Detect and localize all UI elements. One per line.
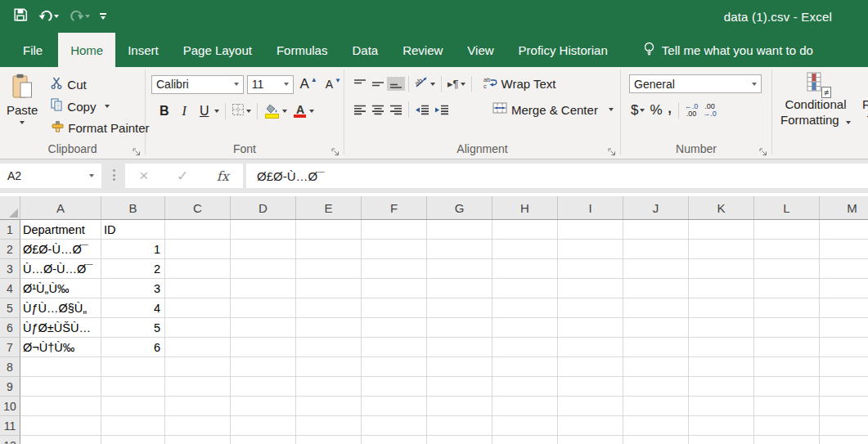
tab-file[interactable]: File <box>7 33 58 67</box>
cell[interactable] <box>165 240 231 259</box>
tab-page-layout[interactable]: Page Layout <box>171 33 264 67</box>
col-header-e[interactable]: E <box>296 196 362 219</box>
tab-review[interactable]: Review <box>390 33 455 67</box>
cell[interactable] <box>165 377 231 397</box>
cell[interactable] <box>362 298 427 318</box>
col-header-a[interactable]: A <box>20 196 101 219</box>
cell[interactable] <box>492 318 558 338</box>
row-header-6[interactable]: 6 <box>0 318 20 338</box>
cell[interactable] <box>558 338 623 357</box>
cell[interactable] <box>231 436 296 444</box>
cell-a6[interactable]: ÙƒØ±ÙŠÙ… <box>20 318 101 338</box>
clipboard-dialog-launcher-icon[interactable] <box>133 146 142 155</box>
cell[interactable] <box>689 436 754 444</box>
cell[interactable] <box>231 397 296 416</box>
cell[interactable] <box>492 240 558 259</box>
font-dialog-launcher-icon[interactable] <box>331 146 340 155</box>
row-header-4[interactable]: 4 <box>0 279 20 298</box>
row-header-12[interactable]: 12 <box>0 436 20 444</box>
align-left-button[interactable] <box>351 103 369 117</box>
cell[interactable] <box>689 357 754 377</box>
customize-quick-access-button[interactable] <box>97 6 110 27</box>
tab-home[interactable]: Home <box>58 33 115 67</box>
row-header-7[interactable]: 7 <box>0 338 20 357</box>
col-header-d[interactable]: D <box>231 196 296 219</box>
cell[interactable] <box>754 259 820 279</box>
wrap-text-button[interactable]: abc Wrap Text <box>480 75 560 93</box>
merge-center-button[interactable]: Merge & Center <box>489 101 617 119</box>
cell[interactable] <box>492 436 558 444</box>
col-header-i[interactable]: I <box>558 196 623 219</box>
cell[interactable] <box>165 397 231 416</box>
font-color-button[interactable]: A <box>290 104 317 119</box>
bold-button[interactable]: B <box>153 102 176 120</box>
comma-style-button[interactable]: , <box>665 105 675 116</box>
row-header-3[interactable]: 3 <box>0 259 20 279</box>
col-header-g[interactable]: G <box>427 196 492 219</box>
cell[interactable] <box>689 338 754 357</box>
cell[interactable] <box>754 279 820 298</box>
cell[interactable] <box>820 318 868 338</box>
cell[interactable] <box>231 357 296 377</box>
cell[interactable] <box>689 279 754 298</box>
cell[interactable] <box>623 377 689 397</box>
cell[interactable] <box>623 338 689 357</box>
col-header-c[interactable]: C <box>165 196 231 219</box>
cell-a4[interactable]: Ø¹Ù„Ù‰ <box>20 279 101 298</box>
cell-b5[interactable]: 4 <box>101 298 165 318</box>
underline-button[interactable]: U <box>193 102 223 120</box>
cut-button[interactable]: Cut <box>47 75 152 94</box>
cell-b6[interactable]: 5 <box>101 318 165 338</box>
cell[interactable] <box>296 318 362 338</box>
cell[interactable] <box>623 416 689 436</box>
cell[interactable] <box>231 259 296 279</box>
cell[interactable] <box>623 436 689 444</box>
cell-b3[interactable]: 2 <box>101 259 165 279</box>
cell-a3[interactable]: Ù…Ø-Ù…Ø¯ <box>20 259 101 279</box>
formula-bar-resize-handle[interactable] <box>113 169 115 181</box>
cell[interactable] <box>231 220 296 240</box>
cell[interactable] <box>558 397 623 416</box>
tab-insert[interactable]: Insert <box>115 33 171 67</box>
grow-font-button[interactable]: A▲ <box>297 74 319 94</box>
cell[interactable] <box>296 240 362 259</box>
cell[interactable] <box>492 377 558 397</box>
cell[interactable] <box>20 397 101 416</box>
cell[interactable] <box>101 357 165 377</box>
col-header-l[interactable]: L <box>754 196 820 219</box>
align-bottom-button[interactable] <box>387 77 405 91</box>
cell[interactable] <box>623 318 689 338</box>
cell[interactable] <box>623 220 689 240</box>
cell[interactable] <box>689 240 754 259</box>
cell[interactable] <box>820 220 868 240</box>
tab-formulas[interactable]: Formulas <box>264 33 340 67</box>
insert-function-button[interactable]: fx <box>217 168 229 184</box>
cell[interactable] <box>165 338 231 357</box>
cell[interactable] <box>231 416 296 436</box>
conditional-formatting-button[interactable]: ≠ Conditional Formatting <box>780 72 851 128</box>
cell-a5[interactable]: ÙƒÙ…Ø§Ù„ <box>20 298 101 318</box>
cell[interactable] <box>165 318 231 338</box>
cell[interactable] <box>820 259 868 279</box>
undo-button[interactable] <box>34 6 62 27</box>
cell[interactable] <box>296 338 362 357</box>
tab-view[interactable]: View <box>455 33 506 67</box>
cell[interactable] <box>296 357 362 377</box>
cell[interactable] <box>427 416 492 436</box>
col-header-b[interactable]: B <box>101 196 165 219</box>
cell[interactable] <box>754 220 820 240</box>
cell[interactable] <box>427 220 492 240</box>
cell[interactable] <box>165 416 231 436</box>
cell[interactable] <box>427 397 492 416</box>
percent-style-button[interactable]: % <box>647 101 664 120</box>
accounting-format-button[interactable]: $ <box>628 101 647 120</box>
cell[interactable] <box>754 397 820 416</box>
cell[interactable] <box>558 279 623 298</box>
cell[interactable] <box>165 220 231 240</box>
cell[interactable] <box>427 298 492 318</box>
row-header-10[interactable]: 10 <box>0 397 20 416</box>
align-top-button[interactable] <box>351 77 369 91</box>
cell-a1[interactable]: Department <box>20 220 101 240</box>
cell[interactable] <box>101 436 165 444</box>
cell[interactable] <box>558 377 623 397</box>
